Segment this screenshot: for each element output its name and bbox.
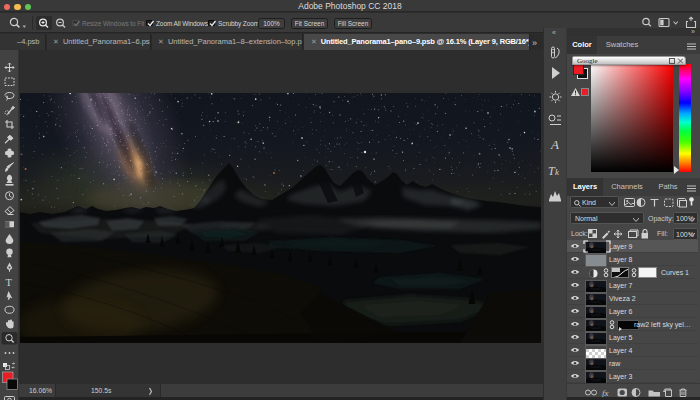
svg-text:fx: fx [602,388,609,397]
svg-text:k: k [555,167,560,177]
svg-text:T: T [6,277,13,288]
svg-text:A: A [550,137,559,152]
